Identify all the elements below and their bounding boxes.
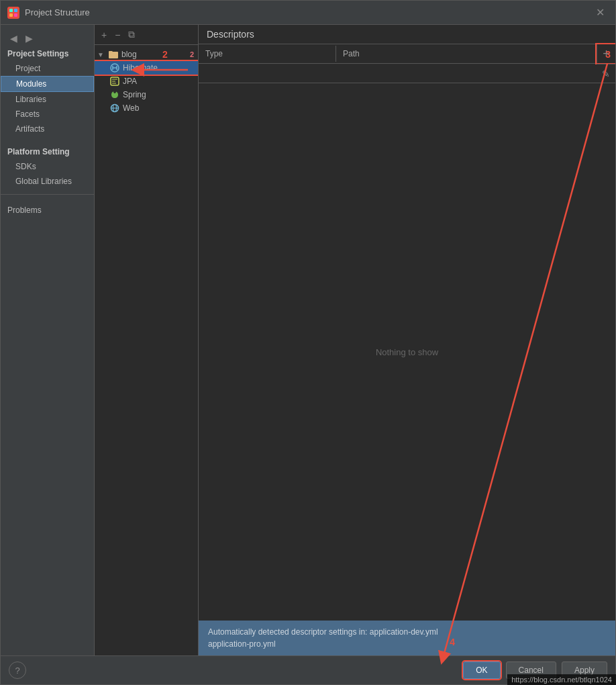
edit-row: ✎ [199,64,615,83]
tree-copy-button[interactable]: ⧉ [125,28,138,42]
svg-rect-2 [9,13,13,17]
tree-label-blog: blog [121,50,185,59]
app-icon [7,7,19,19]
forward-button[interactable]: ▶ [23,32,36,45]
main-panel: Descriptors Type Path + ✎ Nothing to sho… [199,25,615,655]
column-headers: Type Path [199,46,597,62]
project-structure-window: Project Structure ✕ ◀ ▶ Project Settings… [0,0,616,685]
platform-settings-header: Platform Setting [1,144,94,159]
sidebar-item-problems[interactable]: Problems [1,203,94,218]
step-badge-2: 2 [162,49,168,60]
descriptors-toolbar: Type Path + [199,44,615,64]
sidebar-item-facets[interactable]: Facets [1,107,94,122]
sidebar-item-artifacts[interactable]: Artifacts [1,122,94,136]
nothing-area: Nothing to show [199,83,615,621]
jpa-icon [109,76,120,87]
tree-label-jpa: JPA [123,77,194,86]
sidebar-item-global-libraries[interactable]: Global Libraries [1,174,94,189]
tree-expand-blog: ▼ [97,51,105,58]
ok-button[interactable]: OK [463,661,500,679]
tree-label-spring: Spring [123,90,194,99]
help-button[interactable]: ? [9,661,26,679]
panel-title: Descriptors [207,29,607,40]
web-icon [109,103,120,113]
info-text: Automatically detected descriptor settin… [208,627,438,649]
content-area: ◀ ▶ Project Settings Project Modules Lib… [1,25,615,655]
sidebar-item-sdks[interactable]: SDKs [1,159,94,174]
tree-content: ▼ blog 2 [95,45,198,655]
back-button[interactable]: ◀ [7,32,20,45]
sidebar-item-libraries[interactable]: Libraries [1,92,94,107]
sidebar-item-project[interactable]: Project [1,61,94,76]
panel-header: Descriptors [199,25,615,44]
col-path-header: Path [336,46,597,62]
tree-label-web: Web [123,103,194,113]
svg-rect-3 [14,13,17,17]
titlebar: Project Structure ✕ [1,1,615,25]
tree-badge-blog: 2 [190,50,194,58]
tree-node-web[interactable]: Web [95,101,198,115]
tree-label-hibernate: Hibernate [123,63,194,73]
sidebar-bottom: Problems [1,194,94,218]
info-bar: Automatically detected descriptor settin… [199,621,615,655]
hibernate-icon [109,62,120,73]
tree-node-jpa[interactable]: JPA [95,75,198,88]
nav-row: ◀ ▶ [1,30,94,46]
tree-node-blog[interactable]: ▼ blog 2 [95,48,198,61]
descriptors-edit-button[interactable]: ✎ [597,64,615,83]
tree-toolbar: + − ⧉ [95,25,198,45]
tree-node-hibernate[interactable]: Hibernate [95,61,198,75]
url-bar: https://blog.csdn.net/btlqn1024 [507,674,616,685]
folder-icon [108,49,119,60]
spring-icon [109,89,120,100]
col-type-header: Type [199,46,336,62]
tree-add-button[interactable]: + [99,28,109,42]
sidebar-item-modules[interactable]: Modules [1,76,94,92]
tree-node-spring[interactable]: Spring [95,88,198,101]
close-button[interactable]: ✕ [592,5,609,20]
window-title: Project Structure [25,7,592,17]
sidebar: ◀ ▶ Project Settings Project Modules Lib… [1,25,95,655]
step-badge-3: 3 [605,49,611,60]
nothing-text: Nothing to show [376,347,438,357]
svg-rect-1 [14,9,17,12]
step-badge-4: 4 [450,637,455,647]
project-settings-header: Project Settings [1,46,94,61]
svg-rect-0 [9,9,13,12]
tree-panel: + − ⧉ ▼ blog 2 [95,25,199,655]
tree-remove-button[interactable]: − [112,28,123,42]
